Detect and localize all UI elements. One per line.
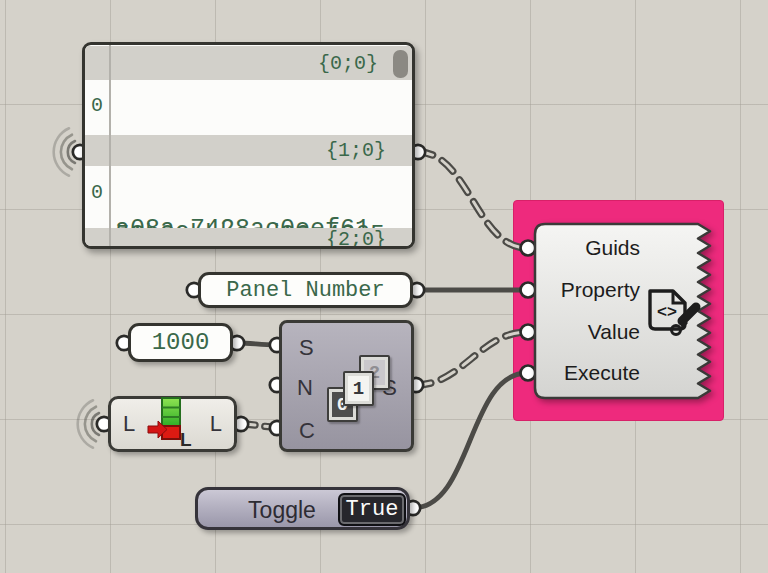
grasshopper-canvas[interactable]: { "colors": { "canvas_bg": "#d5d2ca", "g… bbox=[0, 0, 768, 573]
index-column-divider bbox=[109, 45, 111, 246]
item-index: 0 bbox=[85, 181, 109, 204]
script-input-value-label: Value bbox=[528, 319, 640, 345]
svg-text:<>: <> bbox=[657, 302, 677, 321]
item-index: 0 bbox=[85, 94, 109, 117]
property-name-text: Panel Number bbox=[226, 278, 384, 303]
series-input-n-label: N bbox=[297, 374, 313, 402]
boolean-toggle[interactable]: Toggle True bbox=[195, 487, 410, 530]
toggle-value-text: True bbox=[346, 497, 399, 522]
code-document-pencil-icon: <> bbox=[640, 283, 704, 341]
series-icon-tile-1: 1 bbox=[343, 371, 374, 406]
toggle-label: Toggle bbox=[230, 497, 334, 524]
number-text: 1000 bbox=[152, 329, 210, 356]
list-length-output-label: L bbox=[210, 410, 222, 438]
list-length-icon: L bbox=[146, 396, 196, 452]
tree-branch-header: {2;0} bbox=[85, 228, 412, 249]
script-input-property-label: Property bbox=[528, 277, 640, 303]
script-input-guids-label: Guids bbox=[528, 235, 640, 261]
script-input-execute-label: Execute bbox=[528, 360, 640, 386]
svg-text:L: L bbox=[180, 429, 192, 450]
series-input-c-label: C bbox=[299, 417, 315, 445]
wire-toggle-to-execute[interactable] bbox=[413, 373, 527, 508]
branch-path: {1;0} bbox=[326, 139, 386, 162]
branch-path: {2;0} bbox=[326, 228, 386, 249]
tree-branch-header: {1;0} bbox=[85, 135, 412, 166]
number-panel[interactable]: 1000 bbox=[128, 323, 233, 362]
tree-branch-header: {0;0} bbox=[85, 46, 412, 80]
branch-path: {0;0} bbox=[318, 52, 378, 75]
wire-guids[interactable] bbox=[418, 152, 527, 248]
guid-data-panel[interactable]: {0;0} 0 c21cbe3b-a762-4b4e- a08a-7428ac0… bbox=[82, 42, 415, 249]
property-name-panel[interactable]: Panel Number bbox=[198, 272, 413, 308]
panel-scrollbar-thumb[interactable] bbox=[393, 50, 408, 78]
series-input-s-label: S bbox=[299, 334, 314, 362]
list-length-input-label: L bbox=[123, 410, 135, 438]
toggle-value-box[interactable]: True bbox=[338, 493, 406, 526]
